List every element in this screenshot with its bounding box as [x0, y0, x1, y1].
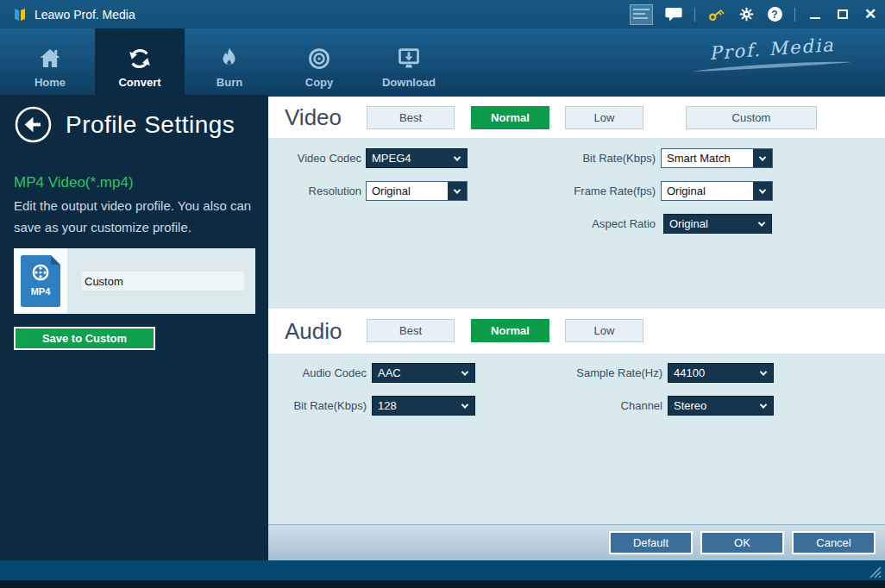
brand-signature: Prof. Media [690, 39, 854, 73]
audio-quality-normal-button[interactable]: Normal [471, 319, 549, 342]
nav-tab-convert[interactable]: Convert [95, 28, 185, 95]
format-label: MP4 [31, 286, 51, 297]
chevron-down-icon [448, 149, 467, 167]
maximize-icon[interactable] [835, 3, 850, 26]
framerate-label: Frame Rate(fps) [553, 181, 656, 201]
titlebar-separator [794, 8, 795, 22]
aspect-ratio-select[interactable]: Original [663, 214, 772, 234]
titlebar-separator [694, 8, 695, 22]
video-quality-best-button[interactable]: Best [367, 106, 455, 129]
download-monitor-icon [396, 46, 422, 72]
current-profile-name: MP4 Video(*.mp4) [14, 174, 134, 191]
app-window: Leawo Prof. Media [0, 0, 885, 588]
titlebar-actions: ? ✕ [630, 0, 878, 28]
audio-quality-low-button[interactable]: Low [565, 319, 643, 342]
audio-quality-best-button[interactable]: Best [367, 319, 455, 342]
chevron-down-icon [753, 182, 772, 200]
panel-title: Profile Settings [66, 111, 235, 139]
back-button[interactable] [14, 105, 53, 144]
back-arrow-icon [14, 105, 53, 144]
video-codec-label: Video Codec [268, 148, 361, 168]
chevron-down-icon [455, 397, 474, 415]
chevron-down-icon [448, 182, 467, 200]
nav-bar: Home Convert Burn [0, 28, 885, 95]
audio-settings: Audio Codec AAC Sample Rate(Hz) 44100 Bi… [268, 353, 885, 524]
video-section-header: Video Best Normal Low Custom [268, 95, 885, 138]
panel-description: Edit the output video profile. You also … [14, 195, 257, 238]
settings-panel: Video Best Normal Low Custom Video Codec… [268, 95, 885, 560]
leawo-logo-icon [11, 6, 28, 23]
video-quality-custom-button[interactable]: Custom [686, 106, 817, 129]
minimize-icon[interactable] [807, 3, 823, 26]
video-section-title: Video [285, 104, 342, 131]
audio-section-title: Audio [285, 318, 342, 345]
profile-settings-panel: Profile Settings MP4 Video(*.mp4) Edit t… [0, 95, 268, 560]
sample-rate-label: Sample Rate(Hz) [553, 363, 662, 383]
video-codec-select[interactable]: MPEG4 [366, 148, 468, 168]
status-footer [0, 560, 885, 580]
nav-tab-copy[interactable]: Copy [274, 28, 364, 95]
chevron-down-icon [754, 364, 773, 382]
video-bitrate-label: Bit Rate(Kbps) [553, 148, 656, 168]
mp4-file-icon: MP4 [21, 255, 60, 307]
audio-codec-select[interactable]: AAC [372, 363, 475, 383]
chevron-down-icon [455, 364, 474, 382]
resolution-label: Resolution [268, 181, 361, 201]
window-bottom-edge [0, 580, 885, 588]
close-icon[interactable]: ✕ [863, 3, 878, 26]
gear-icon[interactable] [738, 3, 755, 26]
video-quality-normal-button[interactable]: Normal [471, 106, 549, 129]
copy-disc-icon [306, 46, 332, 72]
convert-sync-icon [127, 46, 153, 72]
nav-tab-home[interactable]: Home [5, 28, 95, 95]
chevron-down-icon [752, 215, 771, 233]
nav-tab-download[interactable]: Download [364, 28, 454, 95]
audio-codec-label: Audio Codec [268, 363, 367, 383]
resize-grip[interactable] [864, 561, 882, 579]
window-title: Leawo Prof. Media [35, 8, 135, 22]
video-bitrate-select[interactable]: Smart Match [661, 148, 773, 168]
promo-banner-icon[interactable] [630, 4, 653, 25]
chat-bubble-icon[interactable] [665, 3, 682, 26]
framerate-select[interactable]: Original [661, 181, 773, 201]
aspect-ratio-label: Aspect Ratio [553, 214, 656, 234]
nav-tab-burn[interactable]: Burn [185, 28, 274, 95]
profile-name-input[interactable] [82, 272, 244, 291]
home-icon [37, 46, 63, 72]
dialog-button-bar: Default OK Cancel [268, 524, 885, 560]
help-icon[interactable]: ? [767, 3, 782, 26]
save-to-custom-button[interactable]: Save to Custom [14, 327, 155, 350]
ok-button[interactable]: OK [700, 531, 784, 554]
resolution-select[interactable]: Original [366, 181, 468, 201]
key-icon[interactable] [707, 3, 726, 26]
chevron-down-icon [753, 149, 772, 167]
default-button[interactable]: Default [609, 531, 693, 554]
burn-flame-icon [217, 46, 242, 72]
custom-profile-item[interactable]: MP4 [14, 248, 255, 314]
channel-label: Channel [553, 396, 662, 416]
video-quality-low-button[interactable]: Low [565, 106, 643, 129]
audio-section-header: Audio Best Normal Low [268, 309, 885, 353]
titlebar: Leawo Prof. Media [0, 0, 885, 28]
channel-select[interactable]: Stereo [668, 396, 774, 416]
video-settings: Video Codec MPEG4 Bit Rate(Kbps) Smart M… [268, 138, 885, 309]
chevron-down-icon [754, 397, 773, 415]
sample-rate-select[interactable]: 44100 [668, 363, 774, 383]
cancel-button[interactable]: Cancel [792, 531, 876, 554]
audio-bitrate-select[interactable]: 128 [372, 396, 475, 416]
audio-bitrate-label: Bit Rate(Kbps) [268, 396, 367, 416]
